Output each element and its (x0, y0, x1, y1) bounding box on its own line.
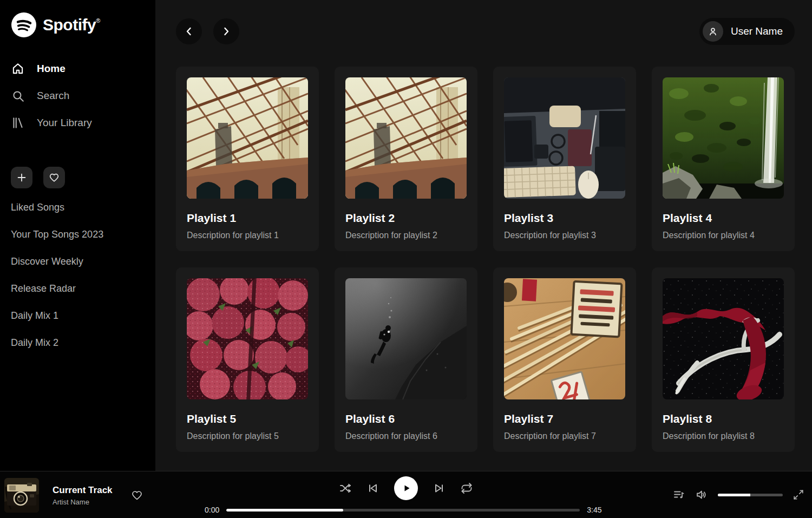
sidebar-item-home[interactable]: Home (11, 55, 145, 82)
playlist-title[interactable]: Playlist 3 (504, 212, 625, 225)
playlist-card-5[interactable]: Playlist 5 Description for playlist 5 (176, 267, 319, 452)
now-playing-artwork (4, 478, 39, 513)
play-icon (400, 482, 412, 495)
playlist-card-4[interactable]: Playlist 4 Description for playlist 4 (652, 67, 795, 251)
playlist-title[interactable]: Playlist 1 (187, 212, 308, 225)
library-actions (11, 167, 145, 188)
progress-fill (226, 509, 343, 512)
previous-icon (366, 482, 379, 495)
sidebar-playlist-liked-songs[interactable]: Liked Songs (11, 194, 145, 221)
player-right-controls (672, 488, 804, 501)
playlist-description: Description for playlist 3 (504, 231, 625, 240)
sidebar-item-label: Search (37, 90, 69, 102)
create-playlist-button[interactable] (11, 167, 32, 188)
sidebar-item-your-library[interactable]: Your Library (11, 109, 145, 136)
playlist-description: Description for playlist 4 (663, 231, 784, 240)
home-icon (11, 62, 25, 76)
playlist-cover-image-bridge (187, 77, 308, 199)
playlist-card-6[interactable]: Playlist 6 Description for playlist 6 (335, 267, 477, 452)
album-art-camera (4, 478, 39, 513)
playlist-title[interactable]: Playlist 4 (663, 212, 784, 225)
playlist-card-8[interactable]: Playlist 8 Description for playlist 8 (652, 267, 795, 452)
playlist-card-2[interactable]: Playlist 2 Description for playlist 2 (335, 67, 477, 251)
playback-controls (339, 476, 473, 500)
now-playing: Current Track Artist Name (4, 478, 143, 513)
playlist-title[interactable]: Playlist 5 (187, 412, 308, 425)
playlist-card-7[interactable]: Playlist 7 Description for playlist 7 (493, 267, 636, 452)
repeat-icon (460, 482, 473, 495)
progress-bar[interactable] (226, 509, 580, 512)
user-icon (707, 25, 719, 37)
playlist-title[interactable]: Playlist 7 (504, 412, 625, 425)
playlist-cover-image-strawberries (187, 278, 308, 399)
player-bar: Current Track Artist Name (0, 471, 812, 518)
main-content: User Name (155, 0, 812, 471)
shuffle-button[interactable] (339, 482, 352, 495)
chevron-right-icon (220, 25, 233, 38)
playlist-cover (345, 278, 467, 399)
playlist-card-3[interactable]: Playlist 3 Description for playlist 3 (493, 67, 636, 251)
next-button[interactable] (433, 482, 446, 495)
track-title: Current Track (53, 485, 113, 496)
playlist-grid: Playlist 1 Description for playlist 1 (176, 67, 795, 452)
user-menu[interactable]: User Name (699, 18, 795, 45)
chevron-left-icon (182, 25, 195, 38)
library-icon (11, 116, 25, 130)
sidebar: Spotify® Home Search Your Library Liked … (0, 0, 155, 471)
playlist-cover (187, 278, 308, 399)
volume-button[interactable] (695, 488, 708, 501)
sidebar-playlist-list: Liked Songs Your Top Songs 2023 Discover… (11, 194, 145, 356)
playlist-description: Description for playlist 2 (345, 231, 467, 240)
queue-button[interactable] (672, 488, 685, 501)
artist-name: Artist Name (53, 498, 113, 506)
playlist-description: Description for playlist 1 (187, 231, 308, 240)
playlist-cover (663, 278, 784, 399)
sidebar-item-search[interactable]: Search (11, 82, 145, 109)
brand-name: Spotify® (43, 17, 100, 33)
playlist-title[interactable]: Playlist 6 (345, 412, 467, 425)
liked-songs-button[interactable] (43, 167, 65, 188)
sidebar-playlist-daily-mix-1[interactable]: Daily Mix 1 (11, 302, 145, 329)
playlist-cover-image-rulers (504, 278, 625, 399)
sidebar-playlist-release-radar[interactable]: Release Radar (11, 275, 145, 302)
volume-slider[interactable] (718, 494, 783, 496)
forward-button[interactable] (213, 18, 239, 44)
progress-row: 0:00 3:45 (205, 506, 602, 514)
next-icon (433, 482, 446, 495)
spotify-app: Spotify® Home Search Your Library Liked … (0, 0, 812, 518)
plus-icon (16, 172, 28, 183)
sidebar-playlist-daily-mix-2[interactable]: Daily Mix 2 (11, 329, 145, 356)
volume-fill (718, 494, 750, 496)
previous-button[interactable] (366, 482, 379, 495)
heart-icon (130, 489, 143, 502)
playlist-description: Description for playlist 5 (187, 431, 308, 441)
fullscreen-button[interactable] (793, 489, 804, 501)
playlist-cover-image-waterfall (663, 77, 784, 199)
shuffle-icon (339, 482, 352, 495)
playlist-title[interactable]: Playlist 2 (345, 212, 467, 225)
topbar: User Name (176, 18, 795, 45)
playlist-title[interactable]: Playlist 8 (663, 412, 784, 425)
playlist-cover-image-diver (345, 278, 467, 399)
sidebar-item-label: Home (37, 63, 66, 75)
playlist-description: Description for playlist 7 (504, 431, 625, 441)
playlist-card-1[interactable]: Playlist 1 Description for playlist 1 (176, 67, 319, 251)
sidebar-item-label: Your Library (37, 117, 92, 129)
play-button[interactable] (394, 476, 418, 500)
playlist-cover-image-desk (504, 77, 625, 199)
back-button[interactable] (176, 18, 202, 44)
playlist-cover (345, 77, 467, 199)
repeat-button[interactable] (460, 482, 473, 495)
expand-icon (793, 489, 804, 501)
sidebar-playlist-top-songs[interactable]: Your Top Songs 2023 (11, 221, 145, 248)
now-playing-info: Current Track Artist Name (53, 485, 113, 506)
playlist-cover-image-bridge (345, 77, 467, 199)
sidebar-playlist-discover-weekly[interactable]: Discover Weekly (11, 248, 145, 275)
spotify-logo-icon (11, 12, 37, 38)
playlist-cover-image-antler (663, 278, 784, 399)
like-track-button[interactable] (130, 489, 143, 502)
search-icon (11, 89, 25, 103)
duration-time: 3:45 (587, 506, 601, 514)
playlist-cover (663, 77, 784, 199)
user-name: User Name (731, 25, 783, 37)
